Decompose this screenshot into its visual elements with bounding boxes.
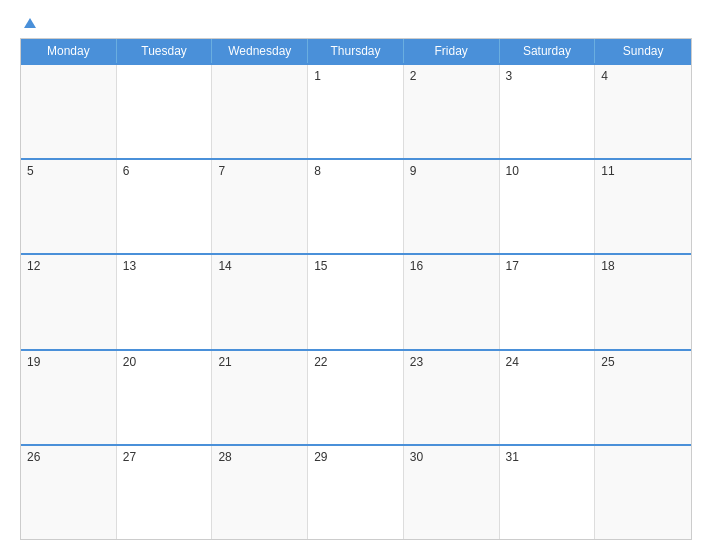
day-number: 2 (410, 69, 493, 83)
calendar-week-3: 12131415161718 (21, 253, 691, 348)
header-cell-thursday: Thursday (308, 39, 404, 63)
day-number: 12 (27, 259, 110, 273)
calendar-cell: 23 (404, 351, 500, 444)
header-cell-wednesday: Wednesday (212, 39, 308, 63)
day-number: 27 (123, 450, 206, 464)
calendar-cell: 24 (500, 351, 596, 444)
calendar-cell: 18 (595, 255, 691, 348)
day-number: 1 (314, 69, 397, 83)
day-number: 15 (314, 259, 397, 273)
day-number: 22 (314, 355, 397, 369)
calendar-cell: 25 (595, 351, 691, 444)
calendar-cell: 13 (117, 255, 213, 348)
calendar-cell: 2 (404, 65, 500, 158)
day-number: 25 (601, 355, 685, 369)
day-number: 24 (506, 355, 589, 369)
day-number: 9 (410, 164, 493, 178)
day-number: 26 (27, 450, 110, 464)
calendar-header: MondayTuesdayWednesdayThursdayFridaySatu… (21, 39, 691, 63)
header-cell-monday: Monday (21, 39, 117, 63)
calendar-cell (21, 65, 117, 158)
calendar-week-4: 19202122232425 (21, 349, 691, 444)
header-cell-sunday: Sunday (595, 39, 691, 63)
calendar-week-2: 567891011 (21, 158, 691, 253)
calendar-cell: 6 (117, 160, 213, 253)
header-cell-tuesday: Tuesday (117, 39, 213, 63)
header-cell-friday: Friday (404, 39, 500, 63)
calendar-cell: 1 (308, 65, 404, 158)
header-cell-saturday: Saturday (500, 39, 596, 63)
day-number: 29 (314, 450, 397, 464)
day-number: 20 (123, 355, 206, 369)
day-number: 18 (601, 259, 685, 273)
calendar-cell: 7 (212, 160, 308, 253)
day-number: 21 (218, 355, 301, 369)
day-number: 14 (218, 259, 301, 273)
calendar-cell: 10 (500, 160, 596, 253)
day-number: 28 (218, 450, 301, 464)
calendar-cell (212, 65, 308, 158)
day-number: 17 (506, 259, 589, 273)
logo (20, 18, 36, 28)
day-number: 23 (410, 355, 493, 369)
calendar-cell: 11 (595, 160, 691, 253)
calendar-cell: 12 (21, 255, 117, 348)
calendar-cell: 8 (308, 160, 404, 253)
day-number: 5 (27, 164, 110, 178)
calendar-cell (117, 65, 213, 158)
day-number: 10 (506, 164, 589, 178)
calendar-cell: 14 (212, 255, 308, 348)
day-number: 16 (410, 259, 493, 273)
calendar-cell: 21 (212, 351, 308, 444)
calendar-cell: 26 (21, 446, 117, 539)
calendar-cell: 5 (21, 160, 117, 253)
day-number: 4 (601, 69, 685, 83)
calendar-cell: 20 (117, 351, 213, 444)
calendar-cell: 27 (117, 446, 213, 539)
day-number: 3 (506, 69, 589, 83)
calendar-cell: 3 (500, 65, 596, 158)
day-number: 7 (218, 164, 301, 178)
page: MondayTuesdayWednesdayThursdayFridaySatu… (0, 0, 712, 550)
day-number: 31 (506, 450, 589, 464)
calendar-body: 1234567891011121314151617181920212223242… (21, 63, 691, 539)
calendar-cell: 22 (308, 351, 404, 444)
day-number: 19 (27, 355, 110, 369)
logo-triangle-icon (24, 18, 36, 28)
calendar-cell: 9 (404, 160, 500, 253)
header (20, 18, 692, 28)
day-number: 8 (314, 164, 397, 178)
calendar-cell: 15 (308, 255, 404, 348)
calendar-cell (595, 446, 691, 539)
calendar-cell: 31 (500, 446, 596, 539)
calendar-week-5: 262728293031 (21, 444, 691, 539)
day-number: 13 (123, 259, 206, 273)
calendar-cell: 28 (212, 446, 308, 539)
calendar: MondayTuesdayWednesdayThursdayFridaySatu… (20, 38, 692, 540)
calendar-cell: 19 (21, 351, 117, 444)
calendar-cell: 4 (595, 65, 691, 158)
day-number: 6 (123, 164, 206, 178)
logo-blue-text (20, 18, 36, 28)
calendar-cell: 16 (404, 255, 500, 348)
day-number: 30 (410, 450, 493, 464)
calendar-cell: 30 (404, 446, 500, 539)
calendar-cell: 29 (308, 446, 404, 539)
calendar-cell: 17 (500, 255, 596, 348)
calendar-week-1: 1234 (21, 63, 691, 158)
day-number: 11 (601, 164, 685, 178)
